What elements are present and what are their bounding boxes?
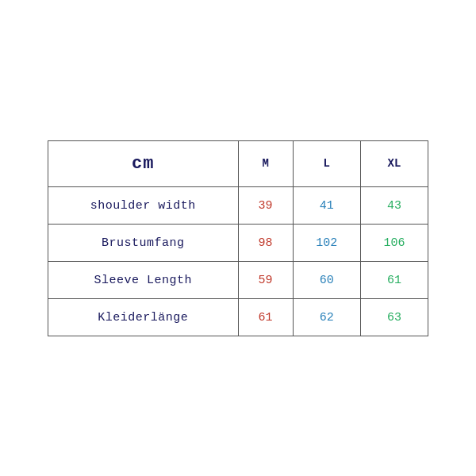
row-xl-cell: 61 — [360, 261, 428, 298]
value-l: 41 — [320, 199, 334, 213]
row-l-cell: 60 — [293, 261, 360, 298]
size-chart: cm M L XL shoulder width 39 — [48, 140, 428, 336]
table-row: shoulder width 39 41 43 — [48, 186, 428, 224]
m-header-cell: M — [238, 140, 293, 186]
table-row: Sleeve Length 59 60 61 — [48, 261, 428, 298]
value-xl: 63 — [387, 311, 401, 324]
row-l-cell: 62 — [293, 298, 360, 336]
value-m: 59 — [259, 274, 273, 287]
value-l: 62 — [320, 311, 334, 324]
cm-header-cell: cm — [48, 140, 239, 186]
value-m: 98 — [259, 236, 273, 250]
row-label-cell: Kleiderlänge — [48, 298, 239, 336]
row-m-cell: 61 — [238, 298, 293, 336]
xl-header-cell: XL — [360, 140, 428, 186]
value-xl: 43 — [387, 199, 401, 213]
value-m: 39 — [259, 199, 273, 213]
table-row: Kleiderlänge 61 62 63 — [48, 298, 428, 336]
measurement-label: Sleeve Length — [94, 274, 192, 287]
row-l-cell: 41 — [293, 186, 360, 224]
table-row: Brustumfang 98 102 106 — [48, 224, 428, 261]
row-label-cell: Brustumfang — [48, 224, 239, 261]
measurement-label: shoulder width — [90, 199, 196, 213]
l-header: L — [324, 157, 330, 170]
measurement-label: Kleiderlänge — [98, 311, 188, 324]
value-l: 60 — [320, 274, 334, 287]
size-table: cm M L XL shoulder width 39 — [48, 140, 428, 336]
row-label-cell: shoulder width — [48, 186, 239, 224]
row-m-cell: 59 — [238, 261, 293, 298]
value-l: 102 — [316, 236, 337, 250]
value-xl: 61 — [387, 274, 401, 287]
row-xl-cell: 43 — [360, 186, 428, 224]
row-xl-cell: 63 — [360, 298, 428, 336]
table-header-row: cm M L XL — [48, 140, 428, 186]
row-xl-cell: 106 — [360, 224, 428, 261]
cm-label: cm — [132, 154, 154, 174]
xl-header: XL — [388, 157, 401, 170]
measurement-label: Brustumfang — [102, 236, 185, 250]
row-l-cell: 102 — [293, 224, 360, 261]
l-header-cell: L — [293, 140, 360, 186]
value-xl: 106 — [383, 236, 405, 250]
row-m-cell: 98 — [238, 224, 293, 261]
row-m-cell: 39 — [238, 186, 293, 224]
row-label-cell: Sleeve Length — [48, 261, 239, 298]
value-m: 61 — [259, 311, 273, 324]
m-header: M — [262, 157, 268, 170]
